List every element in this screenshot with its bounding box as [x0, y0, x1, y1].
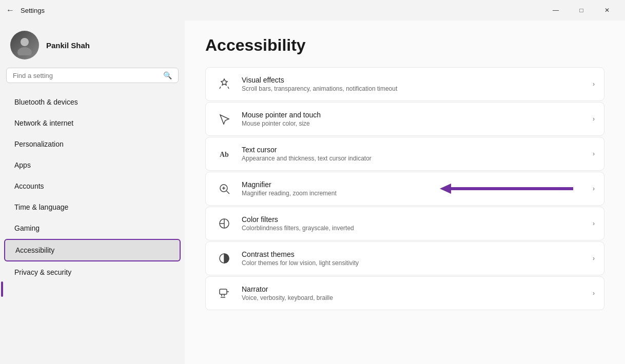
narrator-icon — [215, 284, 233, 302]
mouse-pointer-text: Mouse pointer and touchMouse pointer col… — [242, 111, 584, 127]
scroll-bar-indicator — [1, 281, 3, 297]
contrast-themes-desc: Color themes for low vision, light sensi… — [242, 259, 584, 267]
mouse-pointer-desc: Mouse pointer color, size — [242, 120, 584, 127]
sidebar-item-accessibility[interactable]: Accessibility — [4, 239, 181, 261]
magnifier-chevron: › — [593, 185, 595, 192]
title-bar-left: ← Settings — [6, 6, 45, 15]
user-name: Pankil Shah — [46, 41, 90, 50]
sidebar-item-personalization[interactable]: Personalization — [4, 134, 181, 154]
minimize-button[interactable]: — — [544, 2, 568, 18]
sidebar-item-network[interactable]: Network & internet — [4, 113, 181, 133]
contrast-themes-chevron: › — [593, 255, 595, 262]
svg-point-1 — [17, 47, 32, 55]
text-cursor-title: Text cursor — [242, 146, 584, 154]
settings-item-narrator[interactable]: NarratorVoice, verbosity, keyboard, brai… — [205, 276, 604, 310]
mouse-pointer-title: Mouse pointer and touch — [242, 111, 584, 119]
main-content: Accessibility Visual effectsScroll bars,… — [185, 21, 625, 364]
magnifier-icon — [215, 179, 233, 198]
text-cursor-icon: Ab — [215, 145, 233, 163]
nav-list: Bluetooth & devicesNetwork & internetPer… — [0, 89, 185, 364]
text-cursor-desc: Appearance and thickness, text cursor in… — [242, 155, 584, 162]
color-filters-icon — [215, 214, 233, 233]
color-filters-text: Color filtersColorblindness filters, gra… — [242, 215, 584, 232]
visual-effects-desc: Scroll bars, transparency, animations, n… — [242, 85, 584, 92]
narrator-text: NarratorVoice, verbosity, keyboard, brai… — [242, 285, 584, 301]
color-filters-chevron: › — [593, 220, 595, 227]
app-title: Settings — [21, 7, 45, 14]
visual-effects-chevron: › — [593, 80, 595, 88]
sidebar-item-bluetooth[interactable]: Bluetooth & devices — [4, 92, 181, 112]
settings-item-text-cursor[interactable]: AbText cursorAppearance and thickness, t… — [205, 137, 604, 171]
sidebar-item-accounts[interactable]: Accounts — [4, 176, 181, 196]
avatar-image — [10, 31, 39, 59]
narrator-desc: Voice, verbosity, keyboard, braille — [242, 294, 584, 301]
magnifier-title: Magnifier — [242, 180, 584, 189]
settings-list: Visual effectsScroll bars, transparency,… — [205, 67, 604, 310]
settings-item-color-filters[interactable]: Color filtersColorblindness filters, gra… — [205, 207, 604, 240]
mouse-pointer-chevron: › — [593, 115, 595, 123]
back-icon[interactable]: ← — [6, 6, 14, 15]
search-icon: 🔍 — [163, 71, 172, 79]
mouse-pointer-icon — [215, 110, 233, 128]
sidebar: Pankil Shah 🔍 Bluetooth & devicesNetwork… — [0, 21, 185, 364]
narrator-title: Narrator — [242, 285, 584, 293]
close-button[interactable]: ✕ — [595, 2, 619, 18]
text-cursor-chevron: › — [593, 150, 595, 157]
app-body: Pankil Shah 🔍 Bluetooth & devicesNetwork… — [0, 21, 625, 364]
page-title: Accessibility — [205, 36, 604, 55]
contrast-themes-icon — [215, 249, 233, 268]
color-filters-title: Color filters — [242, 215, 584, 224]
text-cursor-text: Text cursorAppearance and thickness, tex… — [242, 146, 584, 162]
sidebar-item-privacy[interactable]: Privacy & security — [4, 262, 181, 282]
svg-rect-12 — [220, 289, 227, 294]
settings-item-mouse-pointer[interactable]: Mouse pointer and touchMouse pointer col… — [205, 102, 604, 136]
search-input[interactable] — [13, 72, 159, 79]
maximize-button[interactable]: □ — [570, 2, 593, 18]
magnifier-desc: Magnifier reading, zoom increment — [242, 190, 584, 197]
title-bar: ← Settings — □ ✕ — [0, 0, 625, 21]
user-profile[interactable]: Pankil Shah — [0, 21, 185, 68]
visual-effects-text: Visual effectsScroll bars, transparency,… — [242, 76, 584, 92]
settings-item-contrast-themes[interactable]: Contrast themesColor themes for low visi… — [205, 241, 604, 275]
visual-effects-title: Visual effects — [242, 76, 584, 84]
avatar — [10, 31, 39, 59]
sidebar-item-time[interactable]: Time & language — [4, 197, 181, 217]
magnifier-text: MagnifierMagnifier reading, zoom increme… — [242, 180, 584, 197]
sidebar-item-gaming[interactable]: Gaming — [4, 218, 181, 238]
narrator-chevron: › — [593, 290, 595, 297]
contrast-themes-text: Contrast themesColor themes for low visi… — [242, 250, 584, 267]
color-filters-desc: Colorblindness filters, grayscale, inver… — [242, 225, 584, 232]
svg-point-0 — [21, 38, 29, 46]
svg-line-5 — [227, 191, 230, 194]
contrast-themes-title: Contrast themes — [242, 250, 584, 258]
sidebar-item-apps[interactable]: Apps — [4, 155, 181, 175]
settings-item-magnifier[interactable]: MagnifierMagnifier reading, zoom increme… — [205, 172, 604, 206]
visual-effects-icon — [215, 75, 233, 93]
search-box[interactable]: 🔍 — [6, 68, 179, 83]
title-bar-controls: — □ ✕ — [544, 2, 619, 18]
settings-item-visual-effects[interactable]: Visual effectsScroll bars, transparency,… — [205, 67, 604, 101]
svg-text:Ab: Ab — [220, 151, 229, 158]
